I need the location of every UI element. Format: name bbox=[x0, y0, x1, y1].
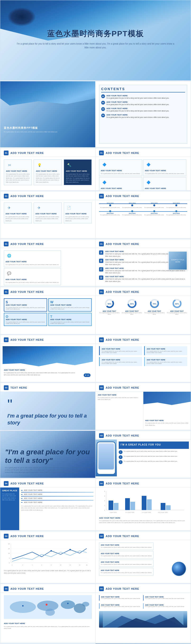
contents-box: CONTENTS 01 ADD YOUR TEXT HERE I'm a gre… bbox=[99, 85, 187, 144]
card-1c-2-body: I'm a great place for you to tell a stor… bbox=[35, 216, 60, 222]
svg-text:50%: 50% bbox=[107, 303, 111, 305]
card-1c-2-title: ADD YOUR TEXT HERE bbox=[35, 213, 60, 215]
slide-5-title-left: ADD YOUR TEXT HERE bbox=[10, 242, 44, 246]
slide-10-blue-panel: GREAT PLACE I'm a great place for you to… bbox=[0, 488, 19, 530]
abcd-d: D ADD YOUR TEXT HERE Click here to add y… bbox=[99, 276, 187, 282]
slide-5-title-right: ADD YOUR TEXT HERE bbox=[106, 242, 139, 246]
item-r2: ADD YOUR TEXT HERE I'm a great place for… bbox=[143, 595, 186, 600]
slide-3-title-right: ADD YOUR TEXT HERE bbox=[106, 152, 139, 154]
slide-7-ink-area: ♥ 15 ADD YOUR TEXT HERE I'm a great plac… bbox=[0, 344, 95, 380]
slide-11-title-right: ADD YOUR TEXT HERE bbox=[106, 535, 139, 538]
line-4: ADD YOUR TEXT HERE bbox=[21, 502, 93, 503]
slide-11-c3-title: ADD YOUR TEXT HERE bbox=[101, 561, 152, 563]
slide-3-cards-right: ADD YOUR TEXT HERE I'm a great place for… bbox=[96, 157, 191, 191]
slide-4: 01 ADD YOUR TEXT HERE ADD YOUR TEXT HERE… bbox=[0, 191, 191, 238]
swot-o-title: ADD YOUR TEXT HERE bbox=[6, 318, 45, 320]
svg-text:YOUR TOPIC: YOUR TOPIC bbox=[110, 512, 117, 513]
line-2: ADD YOUR TEXT HERE bbox=[21, 494, 93, 495]
donut-4-body: I'm a great place for you to tell a stor… bbox=[166, 312, 187, 315]
photo-label: SAMPLE TITLE HERE bbox=[169, 252, 187, 263]
slide-7-card-l-body: I'm a great place for you to tell a stor… bbox=[102, 350, 140, 353]
slide-9-header-right: 03 ADD YOUR TEXT HERE bbox=[96, 431, 191, 440]
slide-12-header-left: 04 ADD YOUR TEXT HERE bbox=[0, 584, 95, 593]
slide-8-header-left: 03 TEXT HERE bbox=[0, 383, 95, 392]
slide-11-card-1: ADD YOUR TEXT HERE I'm a great place for… bbox=[99, 542, 154, 550]
swot-s-body: I'm a great place for you to tell a stor… bbox=[6, 307, 45, 310]
card-1d-3: ADD YOUR TEXT HERE I'm a great place for… bbox=[4, 286, 61, 286]
slide-11-left: 04 ADD YOUR TEXT HERE 0 5 10 15 20 bbox=[0, 531, 96, 583]
slide-11-c4-title: ADD YOUR TEXT HERE bbox=[101, 570, 152, 571]
phone-screen bbox=[98, 444, 114, 470]
heart-icon: ♥ bbox=[85, 374, 86, 376]
donut-chart-4: 80% bbox=[172, 298, 182, 309]
donut-chart-3: 70% bbox=[149, 298, 160, 309]
svg-point-41 bbox=[50, 550, 52, 552]
slide-3-header-right: 01 ADD YOUR TEXT HERE bbox=[96, 148, 191, 157]
blue-separator-2 bbox=[21, 496, 93, 496]
globe-area bbox=[172, 562, 186, 576]
svg-text:6: 6 bbox=[42, 564, 42, 566]
slide-8-left: 03 TEXT HERE " I'm a great place for you… bbox=[0, 383, 96, 430]
badge-icon-2 bbox=[145, 161, 152, 168]
slide-6-header-right: 01 ADD YOUR TEXT HERE bbox=[96, 287, 191, 296]
card-r1: ADD YOUR TEXT HERE I'm a great place for… bbox=[99, 159, 142, 176]
svg-rect-21 bbox=[125, 498, 130, 510]
svg-point-42 bbox=[70, 549, 71, 550]
quote-mark: " bbox=[7, 399, 88, 410]
item-r4: ADD YOUR TEXT HERE I'm a great place for… bbox=[143, 603, 186, 609]
card-1c-1-body: I'm a great place for you to tell a stor… bbox=[6, 216, 30, 222]
svg-text:8-10 YOUR TOPIC: 8-10 YOUR TOPIC bbox=[158, 512, 168, 513]
slide-9-phone bbox=[96, 440, 117, 476]
card-2-title: ADD YOUR TEXT HERE bbox=[36, 170, 60, 172]
slide-9-inner: I'M A GREAT PLACE FOR YOU 1 I'm a great … bbox=[96, 440, 191, 476]
ink-dark-decoration bbox=[7, 7, 36, 26]
timeline-container: 2014-2016 I'm a great place for you to t… bbox=[96, 200, 191, 218]
svg-text:70%: 70% bbox=[152, 303, 156, 305]
swot-t-title: ADD YOUR TEXT HERE bbox=[50, 318, 90, 320]
svg-text:80%: 80% bbox=[175, 303, 179, 305]
contents-num-3: 03 bbox=[101, 107, 105, 111]
slide-11-c1-body: I'm a great place for you to tell a stor… bbox=[101, 546, 152, 548]
card-r2-body: I'm a great place for you to tell a stor… bbox=[145, 172, 184, 174]
blue-separator-3 bbox=[21, 500, 93, 500]
swot-w-title: ADD YOUR TEXT HERE bbox=[50, 304, 90, 306]
badge-icon-1 bbox=[101, 161, 108, 168]
contents-text-1: ADD YOUR TEXT HERE I'm a great place for… bbox=[106, 94, 169, 99]
slide-7-num-right: 02 bbox=[99, 338, 104, 342]
slide-3-left: 01 ADD YOUR TEXT HERE ADD YOUR TEXT HERE… bbox=[0, 148, 96, 190]
slide-10-header-right: 04 ADD YOUR TEXT HERE bbox=[96, 479, 191, 488]
blue-separator-1 bbox=[21, 492, 93, 492]
card-1-title: ADD YOUR TEXT HERE bbox=[6, 170, 30, 172]
item-r3-body: I'm a great place for you to tell a stor… bbox=[101, 606, 140, 608]
swot-t: T ADD YOUR TEXT HERE I'm a great place f… bbox=[48, 313, 92, 326]
photo-placeholder-right: SAMPLE TITLE HERE bbox=[168, 251, 187, 270]
swot-o: O ADD YOUR TEXT HERE I'm a great place f… bbox=[4, 313, 47, 326]
slide-3-title-left: ADD YOUR TEXT HERE bbox=[10, 152, 44, 154]
line-chart-area: 0 5 10 15 20 0 2 4 6 bbox=[0, 540, 95, 568]
slide-8-right-body: I'm a great place for you to tell a stor… bbox=[145, 422, 189, 426]
card-r2-title: ADD YOUR TEXT HERE bbox=[145, 170, 184, 172]
line-chart-footer-text: I'm a great place for you to tell a stor… bbox=[4, 570, 92, 574]
slide-8-header-right: 03 ADD YOUR TEXT HERE bbox=[96, 383, 191, 392]
item-r4-title: ADD YOUR TEXT HERE bbox=[145, 604, 184, 606]
timeline-bottom: 2014-2018 I'm a great place for you to t… bbox=[99, 210, 187, 216]
slide-7-card-r-title: ADD YOUR TEXT HERE bbox=[147, 348, 185, 350]
right-ink bbox=[143, 392, 191, 408]
slide-6-title-left: ADD YOUR TEXT HERE bbox=[10, 290, 44, 293]
svg-text:2: 2 bbox=[22, 564, 23, 566]
slide-11-card-2: ADD YOUR TEXT HERE I'm a great place for… bbox=[99, 551, 154, 559]
item-r3-title: ADD YOUR TEXT HERE bbox=[101, 604, 140, 606]
slide-5-cards: ADD YOUR TEXT HERE I'm a great place for… bbox=[0, 248, 95, 286]
svg-text:15: 15 bbox=[8, 548, 10, 550]
svg-text:5: 5 bbox=[9, 558, 10, 559]
card-1c-3-body: I'm a great place for you to tell a stor… bbox=[66, 216, 90, 222]
like-badge: ♥ 15 bbox=[84, 374, 90, 377]
info-item-2: 2 I'm a great place for you to tell a st… bbox=[119, 455, 189, 459]
slide-7-right-content: ADD YOUR TEXT HERE I'm a great place for… bbox=[96, 344, 191, 368]
abcd-d-text: ADD YOUR TEXT HERE Click here to add you… bbox=[105, 276, 187, 282]
card-1d-2-title: ADD YOUR TEXT HERE bbox=[6, 278, 59, 280]
slide-8-panel-r: ADD YOUR TEXT HERE I'm a great place for… bbox=[143, 392, 191, 428]
slide-7-card-bl-body: I'm a great place for you to tell a stor… bbox=[102, 361, 140, 364]
bulb-icon bbox=[36, 162, 43, 168]
slide-10: 04 ADD YOUR TEXT HERE GREAT PLACE I'm a … bbox=[0, 478, 191, 531]
